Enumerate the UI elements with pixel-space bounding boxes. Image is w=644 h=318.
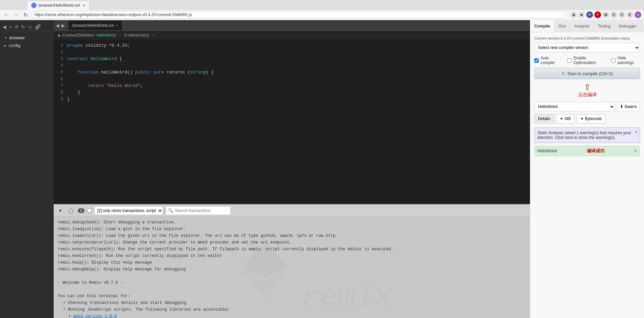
ext-icon-4[interactable]: P [594, 11, 601, 18]
terminal-line: remix.loadgist(id): Load a gist in the f… [58, 226, 526, 232]
ext-icon-8[interactable]: E [627, 11, 633, 18]
enable-optimization-checkbox[interactable] [567, 58, 572, 63]
active-tab[interactable]: browser/HelloWorld.sol × [27, 1, 90, 10]
warning-close-icon[interactable]: × [635, 129, 638, 135]
ext-icon-2[interactable]: ★ [578, 11, 585, 18]
hide-warnings-label: Hide warnings [618, 56, 640, 65]
enable-optimization-label: Enable Optimization [574, 56, 605, 65]
annotation-area: ⇧ 点击编译 [534, 83, 640, 98]
sidebar-item-browser[interactable]: ▼ browser [0, 34, 54, 42]
success-contract-name: HelloWolrd [537, 149, 557, 153]
right-panel-tabs: Compile Run Analysis Testing Debugger Se… [530, 20, 644, 32]
ext-icon-6[interactable]: D [610, 11, 617, 18]
code-line-3: 3 contract HelloWolrd { [54, 56, 530, 62]
contract-select-row: HelloWolrd ⬆ Swarm [534, 102, 640, 111]
arrow-down-icon: ▼ [4, 36, 7, 40]
tab-compile[interactable]: Compile [530, 20, 554, 32]
compile-button[interactable]: ↻ Start to compile (Ctrl-S) [534, 68, 640, 79]
editor-arrow-left-icon[interactable]: ◀ [55, 23, 60, 28]
tx-filter-select[interactable]: [2] only remix transactions, script [94, 206, 163, 215]
contract-name-select[interactable]: HelloWolrd [534, 102, 615, 111]
nav-icons: ⊕ ★ R P M D O E U [570, 11, 641, 18]
breadcrumb-arrow-icon: → [118, 33, 122, 38]
reload-button[interactable]: ↻ [21, 11, 30, 19]
ext-icon-7[interactable]: O [619, 11, 625, 18]
main-layout: ◀ + ↺ ↻ ▭ 🔗 ▼ browser ▶ config ◀ ▶ br [0, 20, 644, 318]
sidebar-toolbar: ◀ + ↺ ↻ ▭ 🔗 [0, 23, 54, 31]
user-avatar[interactable]: U [635, 11, 641, 18]
annotation-text: 点击编译 [578, 92, 597, 98]
search-input[interactable] [175, 208, 228, 213]
bytecode-icon: ✦ [580, 116, 584, 121]
abi-icon: ✦ [560, 116, 563, 121]
eth-watermark [235, 237, 295, 305]
sidebar-browser-label: browser [9, 35, 25, 40]
sidebar-item-config[interactable]: ▶ config [0, 42, 54, 49]
auto-compile-checkbox[interactable] [534, 58, 539, 63]
tab-analysis[interactable]: Analysis [570, 20, 594, 32]
compile-refresh-icon: ↻ [561, 71, 566, 76]
breadcrumb-name: HelloWolrd [96, 33, 116, 38]
breadcrumb-contract: ContractDefinition [62, 33, 94, 38]
browser-chrome: browser/HelloWorld.sol × ← → ↻ ⊕ ★ R P M… [0, 0, 644, 20]
sidebar-link-icon[interactable]: 🔗 [35, 24, 41, 30]
tx-checkbox[interactable] [87, 208, 92, 213]
code-line-7: 7 return "Hello World"; [54, 83, 530, 89]
editor-arrow-right-icon[interactable]: ▶ [61, 23, 66, 28]
editor-tabs: ◀ ▶ browser/HelloWorld.sol × [54, 20, 530, 31]
search-icon: 🔍 [168, 208, 173, 213]
right-panel: Compile Run Analysis Testing Debugger Se… [530, 20, 644, 318]
editor-nav-arrows: ◀ ▶ [55, 23, 66, 28]
forward-button[interactable]: → [12, 11, 20, 19]
editor-tab-helloworld[interactable]: browser/HelloWorld.sol × [68, 21, 122, 30]
right-panel-content: Current version:0.4.25+commit.59dbf8f1.E… [530, 32, 644, 318]
terminal-line: • web3 version 1.0.0 [68, 313, 526, 318]
ext-icon-1[interactable]: ⊕ [570, 11, 577, 18]
ext-icon-5[interactable]: M [602, 11, 609, 18]
close-tab-button[interactable]: × [83, 3, 85, 8]
terminal-content: remix remix.debug(hash): Start debugging… [54, 217, 530, 318]
abi-button[interactable]: ✦ ABI [556, 114, 575, 123]
ext-icon-3[interactable]: R [586, 11, 593, 18]
editor-tab-filename: browser/HelloWorld.sol [72, 23, 114, 28]
sidebar-copy-icon[interactable]: ▭ [28, 24, 32, 30]
web3-link[interactable]: web3 version 1.0.0 [73, 314, 117, 318]
details-button-label: Details [538, 116, 550, 121]
sidebar: ◀ + ↺ ↻ ▭ 🔗 ▼ browser ▶ config [0, 20, 54, 318]
sidebar-redo-icon[interactable]: ↻ [21, 24, 25, 30]
compile-button-label: Start to compile (Ctrl-S) [568, 71, 613, 76]
code-editor[interactable]: 1 pragma solidity ^0.4.20; 2 3 contract … [54, 40, 530, 204]
sidebar-undo-icon[interactable]: ↺ [14, 24, 18, 30]
sidebar-left-arrow-icon[interactable]: ◀ [3, 24, 6, 30]
back-button[interactable]: ← [3, 11, 11, 19]
code-line-2: 2 [54, 49, 530, 56]
breadcrumb-contract-icon: ◆ [58, 33, 60, 38]
terminal-clear-icon[interactable]: ◯ [67, 207, 75, 215]
editor-tab-close-icon[interactable]: × [116, 23, 118, 28]
sidebar-expand-icon[interactable]: + [9, 24, 12, 30]
details-button[interactable]: Details [534, 114, 554, 123]
tab-settings[interactable]: Settings [641, 20, 644, 32]
swarm-button-label: Swarm [625, 104, 637, 109]
swarm-upload-icon: ⬆ [620, 104, 623, 109]
bytecode-button[interactable]: ✦ Bytecode [577, 114, 605, 123]
swarm-button[interactable]: ⬆ Swarm [617, 102, 640, 111]
address-bar[interactable] [31, 11, 566, 18]
breadcrumb-refs: 0 reference(s) [124, 33, 149, 38]
terminal-chevron-down-icon[interactable]: ▼ [56, 207, 64, 215]
success-close-icon[interactable]: × [634, 148, 637, 154]
browser-nav: ← → ↻ ⊕ ★ R P M D O E U [0, 10, 644, 20]
auto-compile-row: Auto compile Enable Optimization Hide wa… [534, 56, 640, 65]
success-box: HelloWolrd 编译成功 × [534, 146, 640, 156]
tab-testing[interactable]: Testing [594, 20, 615, 32]
arrow-right-icon: ▶ [4, 44, 7, 47]
code-line-1: 1 pragma solidity ^0.4.20; [54, 42, 530, 49]
tab-run[interactable]: Run [554, 20, 570, 32]
breadcrumb-chevrons-icon: ⌃⌄ [151, 34, 157, 37]
warning-text: Static Analysis raised 1 warning(s) that… [537, 130, 631, 140]
tab-debugger[interactable]: Debugger [615, 20, 641, 32]
compiler-version-select[interactable]: Select new compiler version [534, 43, 640, 52]
hide-warnings-checkbox[interactable] [611, 58, 615, 63]
editor-container: ◀ ▶ browser/HelloWorld.sol × ◆ ContractD… [54, 20, 530, 318]
warning-box: Static Analysis raised 1 warning(s) that… [534, 127, 640, 143]
